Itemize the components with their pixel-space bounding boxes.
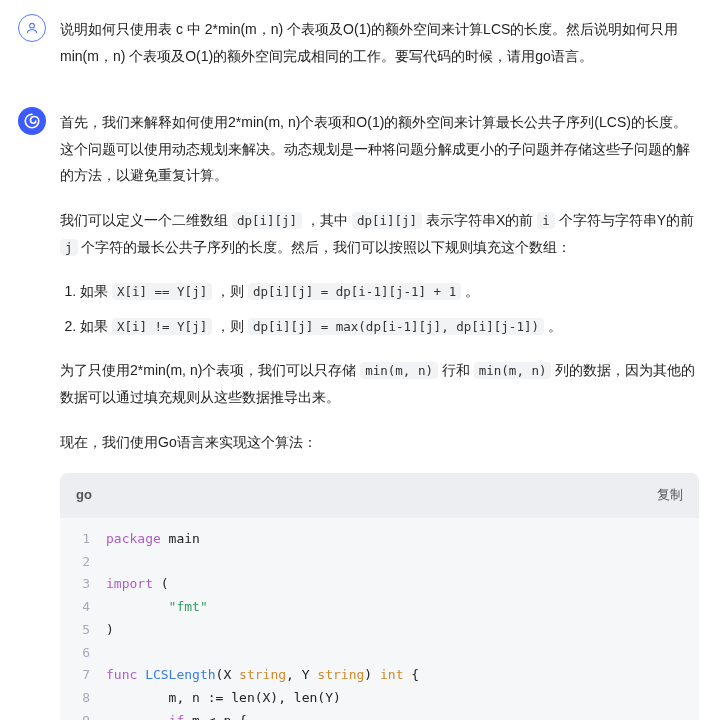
code-block: go 复制 1package main 2 3import ( 4 "fmt" … — [60, 473, 699, 720]
rule-list: 如果 X[i] == Y[j] ，则 dp[i][j] = dp[i-1][j-… — [60, 278, 699, 339]
inline-code: min(m, n) — [360, 362, 438, 379]
gutter: 2 — [60, 551, 106, 574]
inline-code: dp[i][j] = max(dp[i-1][j], dp[i][j-1]) — [248, 318, 544, 335]
inline-code: j — [60, 239, 78, 256]
text: 。 — [461, 283, 479, 299]
code-line: "fmt" — [106, 596, 208, 619]
bot-para-3: 为了只使用2*min(m, n)个表项，我们可以只存储 min(m, n) 行和… — [60, 357, 699, 410]
user-message-body: 说明如何只使用表 c 中 2*min(m，n) 个表项及O(1)的额外空间来计算… — [60, 14, 699, 87]
user-avatar — [18, 14, 46, 42]
rule-item-1: 如果 X[i] == Y[j] ，则 dp[i][j] = dp[i-1][j-… — [80, 278, 699, 305]
inline-code: dp[i][j] — [232, 212, 302, 229]
bot-para-4: 现在，我们使用Go语言来实现这个算法： — [60, 429, 699, 456]
inline-code: min(m, n) — [474, 362, 552, 379]
text: 个字符的最长公共子序列的长度。然后，我们可以按照以下规则填充这个数组： — [78, 239, 572, 255]
inline-code: X[i] != Y[j] — [112, 318, 212, 335]
swirl-icon — [23, 112, 41, 130]
inline-code: dp[i][j] = dp[i-1][j-1] + 1 — [248, 283, 461, 300]
code-line: if m < n { — [106, 710, 247, 720]
gutter: 1 — [60, 528, 106, 551]
text: 表示字符串X的前 — [422, 212, 537, 228]
user-icon — [25, 21, 39, 35]
svg-point-0 — [30, 23, 35, 28]
text: 。 — [544, 318, 562, 334]
bot-para-1: 首先，我们来解释如何使用2*min(m, n)个表项和O(1)的额外空间来计算最… — [60, 109, 699, 189]
text: 如果 — [80, 283, 112, 299]
code-lang-label: go — [76, 483, 92, 508]
bot-avatar — [18, 107, 46, 135]
inline-code: X[i] == Y[j] — [112, 283, 212, 300]
bot-message-body: 首先，我们来解释如何使用2*min(m, n)个表项和O(1)的额外空间来计算最… — [60, 107, 699, 720]
text: ，则 — [212, 318, 248, 334]
bot-para-2: 我们可以定义一个二维数组 dp[i][j] ，其中 dp[i][j] 表示字符串… — [60, 207, 699, 260]
text: 行和 — [438, 362, 474, 378]
inline-code: dp[i][j] — [352, 212, 422, 229]
text: 我们可以定义一个二维数组 — [60, 212, 232, 228]
bot-message: 首先，我们来解释如何使用2*min(m, n)个表项和O(1)的额外空间来计算最… — [0, 93, 717, 720]
gutter: 6 — [60, 642, 106, 665]
code-line: import ( — [106, 573, 169, 596]
text: ，其中 — [302, 212, 352, 228]
text: 为了只使用2*min(m, n)个表项，我们可以只存储 — [60, 362, 360, 378]
text: 个字符与字符串Y的前 — [555, 212, 694, 228]
code-line: func LCSLength(X string, Y string) int { — [106, 664, 419, 687]
code-body[interactable]: 1package main 2 3import ( 4 "fmt" 5) 6 7… — [60, 518, 699, 720]
code-header: go 复制 — [60, 473, 699, 518]
code-line: ) — [106, 619, 114, 642]
gutter: 4 — [60, 596, 106, 619]
gutter: 9 — [60, 710, 106, 720]
code-line: m, n := len(X), len(Y) — [106, 687, 341, 710]
code-line: package main — [106, 528, 200, 551]
copy-button[interactable]: 复制 — [657, 483, 683, 508]
rule-item-2: 如果 X[i] != Y[j] ，则 dp[i][j] = max(dp[i-1… — [80, 313, 699, 340]
inline-code: i — [537, 212, 555, 229]
gutter: 7 — [60, 664, 106, 687]
gutter: 5 — [60, 619, 106, 642]
text: ，则 — [212, 283, 248, 299]
text: 如果 — [80, 318, 112, 334]
user-text: 说明如何只使用表 c 中 2*min(m，n) 个表项及O(1)的额外空间来计算… — [60, 16, 699, 69]
gutter: 8 — [60, 687, 106, 710]
user-message: 说明如何只使用表 c 中 2*min(m，n) 个表项及O(1)的额外空间来计算… — [0, 0, 717, 93]
gutter: 3 — [60, 573, 106, 596]
